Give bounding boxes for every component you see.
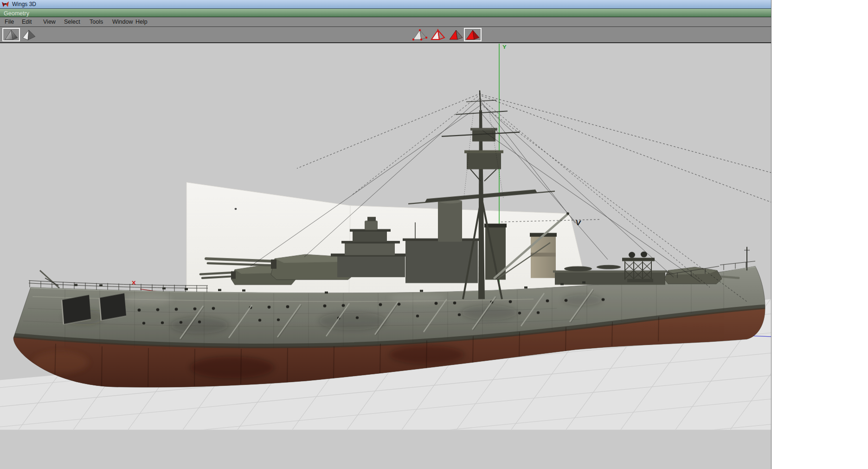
edge-pyramid-glyph: [430, 29, 446, 41]
vertex-pyramid-glyph: [412, 29, 428, 41]
funnel-aft: [531, 235, 556, 278]
y-axis-label: Y: [502, 44, 507, 50]
menu-window[interactable]: Window: [112, 17, 133, 26]
vertex-select-icon[interactable]: [411, 28, 429, 41]
geometry-viewport[interactable]: V Y X: [0, 43, 771, 469]
flat-pyramid-glyph: [22, 29, 37, 40]
window-title: Wings 3D: [12, 0, 36, 8]
spotting-top: [467, 152, 501, 169]
body-select-icon[interactable]: [464, 28, 482, 41]
menu-help[interactable]: Help: [135, 17, 148, 26]
menu-view[interactable]: View: [43, 17, 56, 26]
face-select-icon[interactable]: [447, 28, 465, 41]
menu-file[interactable]: File: [5, 17, 14, 26]
x-axis-label: X: [132, 280, 136, 286]
menu-tools[interactable]: Tools: [90, 17, 103, 26]
wings3d-logo-icon: [2, 1, 9, 7]
menu-bar: File Edit View Select Tools Window Help: [0, 17, 771, 27]
scene-3d: V Y X: [0, 43, 771, 469]
title-bar[interactable]: Wings 3D: [0, 0, 771, 8]
face-pyramid-glyph: [448, 29, 464, 41]
smooth-preview-icon[interactable]: [2, 28, 20, 41]
backdrop-dot: [235, 208, 237, 210]
menu-edit[interactable]: Edit: [22, 17, 32, 26]
wings3d-window: Wings 3D Geometry File Edit View Select …: [0, 0, 772, 469]
screenshot-stage: Wings 3D Geometry File Edit View Select …: [0, 0, 868, 469]
outside-window-area: [772, 0, 868, 469]
toolbar: [0, 27, 771, 43]
edge-select-icon[interactable]: [429, 28, 447, 41]
menu-select[interactable]: Select: [64, 17, 80, 26]
perspective-toggle-icon[interactable]: [20, 28, 38, 41]
stern-spar: [40, 270, 59, 288]
geometry-window-header[interactable]: Geometry: [0, 8, 771, 17]
geometry-window-label: Geometry: [4, 10, 29, 18]
body-pyramid-glyph: [465, 29, 481, 41]
smooth-pyramid-glyph: [4, 29, 19, 40]
